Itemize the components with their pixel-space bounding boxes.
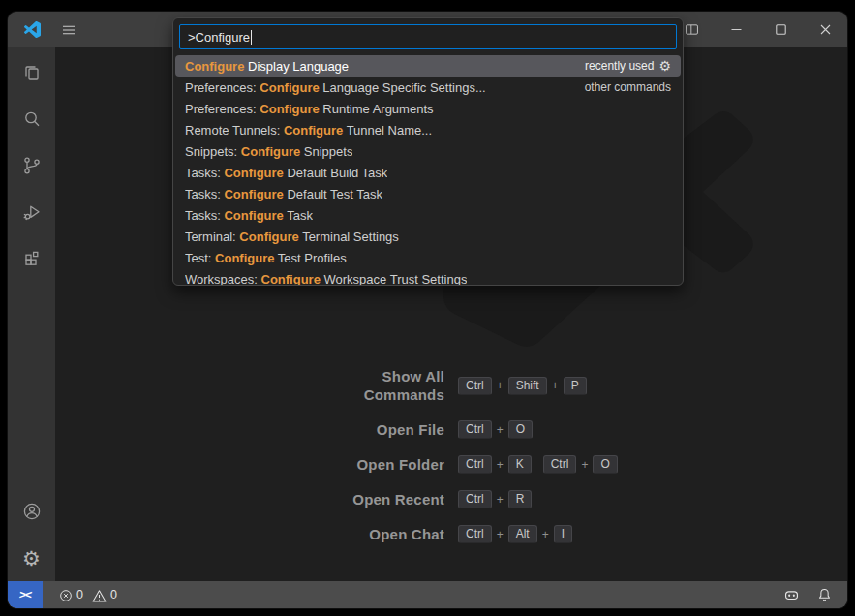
- plus-separator: +: [581, 458, 588, 472]
- command-input[interactable]: >Configure: [179, 24, 677, 49]
- gear-icon[interactable]: [658, 59, 671, 73]
- sidebar-item-search[interactable]: [9, 96, 55, 142]
- keyboard-key-ctrl: Ctrl: [458, 377, 492, 395]
- status-bar-right: [779, 581, 847, 608]
- shortcut-row: Open Recent Ctrl+R: [55, 490, 847, 508]
- sidebar-item-run-debug[interactable]: [9, 189, 55, 235]
- command-list-item[interactable]: Tasks: Configure Default Build Task: [175, 162, 681, 183]
- keyboard-key-k: K: [508, 455, 532, 474]
- command-palette: >Configure Configure Display Language re…: [172, 17, 684, 286]
- command-label: Remote Tunnels: Configure Tunnel Name...: [185, 123, 432, 138]
- command-label: Tasks: Configure Default Build Task: [185, 166, 387, 180]
- maximize-icon: [774, 22, 788, 37]
- command-label: Snippets: Configure Snippets: [185, 144, 352, 159]
- command-list-item[interactable]: Configure Display Language recently used: [175, 55, 681, 77]
- keyboard-key-ctrl: Ctrl: [458, 490, 492, 508]
- plus-separator: +: [497, 458, 504, 472]
- shortcut-row: Open Chat Ctrl+Alt+I: [55, 525, 847, 543]
- window-controls: [669, 12, 847, 47]
- minimize-button[interactable]: [714, 12, 758, 47]
- shortcut-watermark: Show All Commands Ctrl+Shift+P Open File…: [55, 367, 847, 543]
- command-list-item[interactable]: Workspaces: Configure Workspace Trust Se…: [175, 268, 681, 286]
- shortcut-keys: Ctrl+R: [458, 490, 847, 508]
- status-bar: 0 0: [8, 581, 847, 608]
- text-caret: [251, 30, 252, 45]
- key-chord: Ctrl+K: [458, 455, 532, 474]
- shortcut-row: Open File Ctrl+O: [55, 420, 847, 439]
- key-chord: Ctrl+O: [543, 455, 618, 474]
- command-list-item[interactable]: Snippets: Configure Snippets: [175, 140, 681, 162]
- notifications-button[interactable]: [812, 581, 836, 608]
- keyboard-key-r: R: [508, 490, 533, 508]
- shortcut-keys: Ctrl+Shift+P: [458, 377, 847, 395]
- command-hint: recently used: [585, 59, 671, 73]
- shortcut-keys: Ctrl+O: [458, 420, 847, 439]
- shortcut-keys: Ctrl+KCtrl+O: [458, 455, 847, 474]
- sidebar-item-explorer[interactable]: [9, 49, 55, 96]
- vscode-window: Show All Commands Ctrl+Shift+P Open File…: [8, 12, 847, 608]
- copilot-icon: [783, 587, 800, 603]
- command-label: Tasks: Configure Task: [185, 208, 313, 223]
- hamburger-menu-icon[interactable]: [60, 21, 77, 39]
- command-list-item[interactable]: Tasks: Configure Default Test Task: [175, 183, 681, 204]
- command-list-item[interactable]: Preferences: Configure Runtime Arguments: [175, 98, 681, 119]
- shortcut-label: Open Recent: [352, 490, 444, 508]
- shortcut-label: Open Folder: [356, 455, 444, 474]
- keyboard-key-o: O: [508, 420, 533, 439]
- keyboard-key-p: P: [564, 377, 587, 395]
- command-list-item[interactable]: Terminal: Configure Terminal Settings: [175, 226, 681, 247]
- run-debug-icon: [20, 200, 44, 224]
- account-icon: [20, 500, 44, 523]
- warning-icon: [92, 589, 107, 602]
- minimize-icon: [729, 22, 744, 37]
- activity-bar-bottom: [9, 488, 55, 581]
- shortcut-label: Show All Commands: [323, 367, 444, 404]
- keyboard-key-ctrl: Ctrl: [458, 455, 492, 474]
- command-list-item[interactable]: Test: Configure Test Profiles: [175, 247, 681, 268]
- command-list-item[interactable]: Tasks: Configure Task: [175, 204, 681, 226]
- command-list: Configure Display Language recently used…: [173, 55, 683, 286]
- warning-count: 0: [110, 588, 117, 601]
- remote-icon: [19, 588, 31, 601]
- problems-status[interactable]: 0 0: [55, 581, 126, 608]
- settings-button[interactable]: [9, 535, 55, 581]
- plus-separator: +: [542, 528, 549, 541]
- shortcut-label: Open Chat: [369, 525, 444, 543]
- command-hint: other commands: [585, 80, 671, 94]
- remote-indicator[interactable]: [8, 581, 43, 608]
- command-list-item[interactable]: Remote Tunnels: Configure Tunnel Name...: [175, 119, 681, 140]
- plus-separator: +: [497, 379, 504, 392]
- command-list-item[interactable]: Preferences: Configure Language Specific…: [175, 77, 681, 98]
- plus-separator: +: [497, 423, 504, 437]
- account-button[interactable]: [9, 488, 55, 535]
- command-label: Configure Display Language: [185, 59, 349, 74]
- shortcut-keys: Ctrl+Alt+I: [458, 525, 847, 543]
- extensions-icon: [20, 247, 44, 270]
- maximize-button[interactable]: [758, 12, 803, 47]
- shortcut-row: Show All Commands Ctrl+Shift+P: [55, 367, 847, 404]
- key-chord: Ctrl+O: [458, 420, 533, 439]
- key-chord: Ctrl+Shift+P: [458, 377, 587, 395]
- copilot-status-button[interactable]: [779, 581, 803, 608]
- bell-icon: [817, 587, 832, 602]
- keyboard-key-ctrl: Ctrl: [458, 525, 492, 543]
- sidebar-item-source-control[interactable]: [9, 142, 55, 189]
- close-icon: [818, 22, 833, 37]
- explorer-icon: [20, 61, 44, 84]
- command-input-value: >Configure: [188, 30, 250, 45]
- keyboard-key-o: O: [593, 455, 617, 474]
- vscode-logo-icon: [24, 21, 41, 38]
- keyboard-key-ctrl: Ctrl: [543, 455, 577, 474]
- command-label: Tasks: Configure Default Test Task: [185, 187, 382, 201]
- layout-panel-icon: [684, 21, 700, 38]
- sidebar-item-extensions[interactable]: [9, 235, 55, 282]
- keyboard-key-alt: Alt: [508, 525, 537, 543]
- shortcut-row: Open Folder Ctrl+KCtrl+O: [55, 455, 847, 474]
- command-label: Preferences: Configure Runtime Arguments: [185, 102, 434, 116]
- command-label: Test: Configure Test Profiles: [185, 251, 347, 265]
- close-button[interactable]: [803, 12, 847, 47]
- plus-separator: +: [552, 379, 559, 392]
- command-label: Preferences: Configure Language Specific…: [185, 80, 486, 95]
- command-label: Workspaces: Configure Workspace Trust Se…: [185, 272, 467, 287]
- key-chord: Ctrl+Alt+I: [458, 525, 572, 543]
